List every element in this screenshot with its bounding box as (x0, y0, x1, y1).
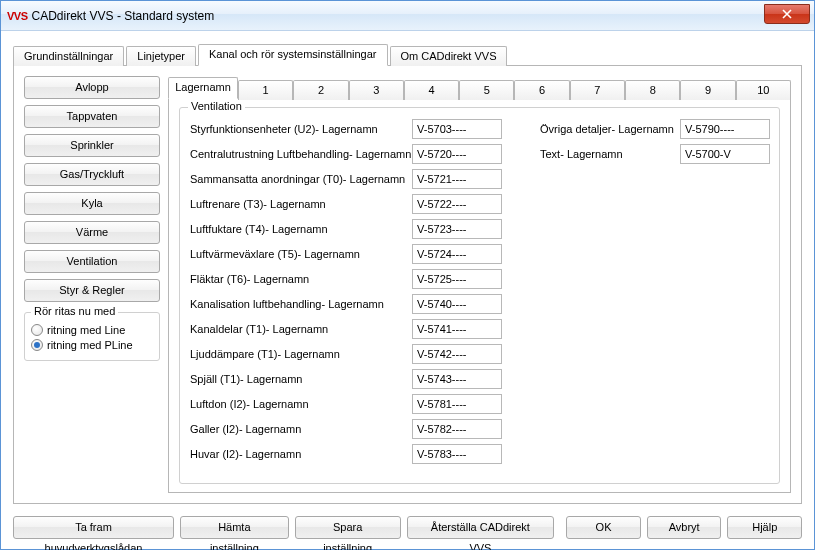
lagernamn-input[interactable] (412, 294, 502, 314)
field-label: Luftdon (I2)- Lagernamn (190, 398, 412, 410)
lagernamn-input[interactable] (412, 169, 502, 189)
lagernamn-input[interactable] (412, 219, 502, 239)
inner-tab-8[interactable]: 8 (625, 80, 680, 100)
lagernamn-input[interactable] (412, 269, 502, 289)
form-row: Kanaldelar (T1)- Lagernamn (190, 318, 510, 340)
inner-tab-9[interactable]: 9 (680, 80, 735, 100)
inner-tab-3[interactable]: 3 (349, 80, 404, 100)
lagernamn-input[interactable] (412, 419, 502, 439)
close-icon (782, 9, 792, 19)
outer-tab-strip: Grundinställningar Linjetyper Kanal och … (13, 43, 802, 65)
sidebar-btn-tappvaten[interactable]: Tappvaten (24, 105, 160, 128)
field-label: Huvar (I2)- Lagernamn (190, 448, 412, 460)
draw-mode-group: Rör ritas nu med ritning med Line ritnin… (24, 312, 160, 361)
inner-tab-10[interactable]: 10 (736, 80, 791, 100)
lagernamn-input[interactable] (412, 369, 502, 389)
tab-grundinstallningar[interactable]: Grundinställningar (13, 46, 124, 66)
field-label: Luftvärmeväxlare (T5)- Lagernamn (190, 248, 412, 260)
field-label: Luftfuktare (T4)- Lagernamn (190, 223, 412, 235)
tab-om-caddirekt[interactable]: Om CADdirekt VVS (390, 46, 508, 66)
inner-tab-strip: Lagernamn 1 2 3 4 5 6 7 8 9 10 (168, 76, 791, 98)
inner-tab-2[interactable]: 2 (293, 80, 348, 100)
lagernamn-input[interactable] (412, 144, 502, 164)
radio-line[interactable]: ritning med Line (31, 324, 153, 336)
btn-hamta-installning[interactable]: Hämta inställning (180, 516, 289, 539)
field-label: Fläktar (T6)- Lagernamn (190, 273, 412, 285)
field-label: Galler (I2)- Lagernamn (190, 423, 412, 435)
radio-label: ritning med Line (47, 324, 125, 336)
content-area: Grundinställningar Linjetyper Kanal och … (1, 31, 814, 510)
form-row: Centralutrustning Luftbehandling- Lagern… (190, 143, 510, 165)
field-label: Kanalisation luftbehandling- Lagernamn (190, 298, 412, 310)
close-button[interactable] (764, 4, 810, 24)
ventilation-fieldset: Ventilation Styrfunktionsenheter (U2)- L… (179, 107, 780, 484)
inner-tab-lagernamn[interactable]: Lagernamn (168, 77, 238, 99)
form-row: Spjäll (T1)- Lagernamn (190, 368, 510, 390)
sidebar-btn-gas-tryckluft[interactable]: Gas/Tryckluft (24, 163, 160, 186)
lagernamn-input[interactable] (412, 344, 502, 364)
sidebar: Avlopp Tappvaten Sprinkler Gas/Tryckluft… (24, 76, 160, 493)
form-row: Styrfunktionsenheter (U2)- Lagernamn (190, 118, 510, 140)
form-row: Luftvärmeväxlare (T5)- Lagernamn (190, 243, 510, 265)
form-row: Luftdon (I2)- Lagernamn (190, 393, 510, 415)
field-label: Kanaldelar (T1)- Lagernamn (190, 323, 412, 335)
sidebar-btn-kyla[interactable]: Kyla (24, 192, 160, 215)
lagernamn-input[interactable] (412, 319, 502, 339)
btn-ta-fram-verktyg[interactable]: Ta fram huvudverktygslådan (13, 516, 174, 539)
form-col-right: Övriga detaljer- LagernamnText- Lagernam… (540, 118, 770, 468)
lagernamn-input[interactable] (412, 244, 502, 264)
radio-icon (31, 339, 43, 351)
radio-label: ritning med PLine (47, 339, 133, 351)
window-title: CADdirekt VVS - Standard system (32, 9, 215, 23)
sidebar-btn-varme[interactable]: Värme (24, 221, 160, 244)
lagernamn-input[interactable] (412, 194, 502, 214)
sidebar-btn-sprinkler[interactable]: Sprinkler (24, 134, 160, 157)
outer-panel: Avlopp Tappvaten Sprinkler Gas/Tryckluft… (13, 65, 802, 504)
field-label: Ljuddämpare (T1)- Lagernamn (190, 348, 412, 360)
btn-ok[interactable]: OK (566, 516, 641, 539)
lagernamn-input[interactable] (412, 444, 502, 464)
radio-pline[interactable]: ritning med PLine (31, 339, 153, 351)
form-row: Sammansatta anordningar (T0)- Lagernamn (190, 168, 510, 190)
inner-tab-4[interactable]: 4 (404, 80, 459, 100)
field-label: Övriga detaljer- Lagernamn (540, 123, 680, 135)
inner-tab-5[interactable]: 5 (459, 80, 514, 100)
bottom-bar: Ta fram huvudverktygslådan Hämta inställ… (1, 510, 814, 549)
field-label: Text- Lagernamn (540, 148, 680, 160)
draw-mode-legend: Rör ritas nu med (31, 305, 118, 317)
app-window: VVS CADdirekt VVS - Standard system Grun… (0, 0, 815, 550)
field-label: Luftrenare (T3)- Lagernamn (190, 198, 412, 210)
inner-tab-1[interactable]: 1 (238, 80, 293, 100)
inner-tab-6[interactable]: 6 (514, 80, 569, 100)
sidebar-btn-ventilation[interactable]: Ventilation (24, 250, 160, 273)
form-row: Text- Lagernamn (540, 143, 770, 165)
field-label: Sammansatta anordningar (T0)- Lagernamn (190, 173, 412, 185)
field-label: Centralutrustning Luftbehandling- Lagern… (190, 148, 412, 160)
form-row: Kanalisation luftbehandling- Lagernamn (190, 293, 510, 315)
field-label: Spjäll (T1)- Lagernamn (190, 373, 412, 385)
lagernamn-input[interactable] (412, 394, 502, 414)
btn-hjalp[interactable]: Hjälp (727, 516, 802, 539)
form-row: Luftfuktare (T4)- Lagernamn (190, 218, 510, 240)
app-logo: VVS (7, 10, 28, 22)
btn-avbryt[interactable]: Avbryt (647, 516, 722, 539)
inner-tab-7[interactable]: 7 (570, 80, 625, 100)
lagernamn-input[interactable] (412, 119, 502, 139)
lagernamn-input[interactable] (680, 119, 770, 139)
form-row: Huvar (I2)- Lagernamn (190, 443, 510, 465)
btn-spara-installning[interactable]: Spara inställning (295, 516, 401, 539)
inner-panel: Ventilation Styrfunktionsenheter (U2)- L… (168, 98, 791, 493)
field-label: Styrfunktionsenheter (U2)- Lagernamn (190, 123, 412, 135)
lagernamn-input[interactable] (680, 144, 770, 164)
sidebar-btn-styr-regler[interactable]: Styr & Regler (24, 279, 160, 302)
titlebar: VVS CADdirekt VVS - Standard system (1, 1, 814, 31)
form-row: Fläktar (T6)- Lagernamn (190, 268, 510, 290)
form-row: Ljuddämpare (T1)- Lagernamn (190, 343, 510, 365)
form-row: Luftrenare (T3)- Lagernamn (190, 193, 510, 215)
btn-aterstalla[interactable]: Återställa CADdirekt VVS (407, 516, 555, 539)
form-columns: Styrfunktionsenheter (U2)- LagernamnCent… (190, 118, 769, 468)
form-row: Galler (I2)- Lagernamn (190, 418, 510, 440)
sidebar-btn-avlopp[interactable]: Avlopp (24, 76, 160, 99)
tab-linjetyper[interactable]: Linjetyper (126, 46, 196, 66)
tab-kanal-och-ror[interactable]: Kanal och rör systemsinställningar (198, 44, 388, 66)
